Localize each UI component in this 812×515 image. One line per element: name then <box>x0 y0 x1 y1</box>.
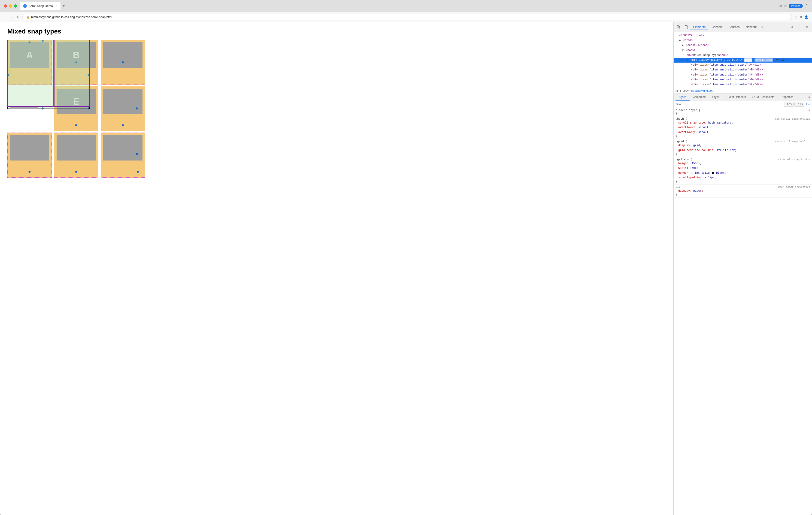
address-actions: ⊡ ⧉ 👤 <box>795 15 808 19</box>
css-selector-both: .both { <box>675 117 687 120</box>
inspect-element-button[interactable] <box>675 24 682 30</box>
devtools-tab-elements[interactable]: Elements <box>690 24 708 30</box>
cell-inner-f <box>103 89 143 114</box>
cell-f <box>101 86 145 131</box>
filter-add-button[interactable]: + <box>805 102 808 107</box>
css-prop-overflow-y: overflow-y: scroll; <box>675 130 810 135</box>
css-selector-gallery: .gallery { <box>675 158 692 161</box>
cell-e: E <box>54 86 98 131</box>
cell-i <box>101 133 145 178</box>
css-rule-grid: .grid { css-scroll-snap.html:15 display:… <box>674 139 812 157</box>
styles-panel-more[interactable]: » <box>808 95 810 99</box>
snap-dot-e <box>75 124 77 126</box>
filter-bar: :hov .cls + ⊡ <box>674 101 812 108</box>
menu-button[interactable]: ⋮ <box>805 4 808 8</box>
breadcrumb-body[interactable]: body <box>683 89 689 92</box>
dom-div-b[interactable]: <div class="item snap-align-center">B</d… <box>674 67 812 72</box>
devtools-more-tabs[interactable]: » <box>760 25 764 30</box>
css-rule-header: element.style { ᴬA <box>675 109 810 112</box>
filter-input[interactable] <box>675 103 782 106</box>
filter-toggle-button[interactable]: ⊡ <box>809 103 810 106</box>
breadcrumb-html[interactable]: html <box>675 89 681 92</box>
address-input[interactable]: 🔒 mathiasbynens.github.io/css-dbg-storie… <box>22 13 792 20</box>
snap-dot-i <box>137 171 139 173</box>
demo-area: A B D <box>7 40 155 176</box>
dom-h3[interactable]: <h3>Mixed snap types</h3> <box>674 53 812 58</box>
tab-bar: Scroll Snap Demo × + <box>20 2 776 10</box>
new-tab-button[interactable]: + <box>61 3 66 8</box>
scroll-padding-expand-icon[interactable]: ▶ <box>705 176 706 179</box>
dom-doctype: <!DOCTYPE html> <box>674 33 812 38</box>
extensions-button[interactable]: ⊞ <box>779 4 782 8</box>
minimize-button[interactable] <box>9 4 12 8</box>
styles-tab-event-listeners[interactable]: Event Listeners <box>724 93 749 101</box>
snap-dot-top-a <box>41 40 44 42</box>
styles-tab-styles[interactable]: Styles <box>675 93 690 101</box>
styles-tab-layout[interactable]: Layout <box>709 93 724 101</box>
snap-dot-bottom-a <box>41 107 44 110</box>
border-expand-icon[interactable]: ▶ <box>692 172 693 174</box>
cell-inner-e: E <box>57 89 96 114</box>
devtools-settings-button[interactable]: ⚙ <box>789 24 795 30</box>
browser-window: Scroll Snap Demo × + ⊞ ☆ Paused ⋮ ← → ↻ … <box>0 0 812 515</box>
tab-favicon <box>23 4 27 8</box>
css-prop-width: width: 150px; <box>675 166 810 170</box>
cell-h <box>54 133 98 178</box>
devtools-close-button[interactable]: × <box>804 24 810 30</box>
dom-div-c[interactable]: <div class="item snap-align-center">C</d… <box>674 73 812 77</box>
extensions-icon[interactable]: ⧉ <box>800 15 802 19</box>
dom-html[interactable]: ▶ <html> <box>674 38 812 43</box>
color-swatch-black[interactable] <box>712 172 714 174</box>
css-prop-display-grid: display: grid; <box>675 143 810 148</box>
back-button[interactable]: ← <box>4 15 7 19</box>
styles-panel-tabs: Styles Computed Layout Event Listeners D… <box>674 93 812 101</box>
css-prop-display-block: display: block; <box>675 189 810 193</box>
tab-close-button[interactable]: × <box>56 4 57 8</box>
css-file-gallery[interactable]: css-scroll-snap.html:4 <box>777 158 810 161</box>
css-aa-icon[interactable]: ᴬA <box>807 109 810 112</box>
reload-button[interactable]: ↻ <box>17 15 20 19</box>
active-tab[interactable]: Scroll Snap Demo × <box>20 2 60 10</box>
filter-cls-button[interactable]: .cls <box>794 102 804 107</box>
cell-inner-c <box>103 42 143 68</box>
device-toolbar-button[interactable] <box>683 24 689 30</box>
devtools-tab-console[interactable]: Console <box>709 24 725 30</box>
styles-tab-computed[interactable]: Computed <box>690 93 709 101</box>
devtools-tab-sources[interactable]: Sources <box>726 24 743 30</box>
title-bar: Scroll Snap Demo × + ⊞ ☆ Paused ⋮ <box>0 0 812 12</box>
dom-div-d[interactable]: <div class="item snap-align-center">D</d… <box>674 77 812 82</box>
full-grid: A B D <box>7 40 146 178</box>
css-prop-scroll-padding: scroll-padding: ▶ 10px; <box>675 175 810 180</box>
profile-icon[interactable]: 👤 <box>804 15 808 19</box>
devtools-tab-network[interactable]: Network <box>743 24 760 30</box>
dom-div-gallery[interactable]: ▼ <div class="gallery grid both"> grid s… <box>674 58 812 63</box>
profile-button[interactable]: Paused <box>789 4 803 8</box>
cell-a: A <box>7 40 52 85</box>
css-file-both[interactable]: css-scroll-snap.html:29 <box>775 118 810 120</box>
snap-dot-left <box>7 74 9 76</box>
dom-head[interactable]: ▶ <head>…</head> <box>674 43 812 48</box>
dom-div-e[interactable]: <div class="item snap-align-center">E</d… <box>674 82 812 87</box>
snap-dot-c <box>122 61 124 63</box>
css-prop-grid-template: grid-template-columns: 1fr 1fr 1fr; <box>675 148 810 153</box>
forward-button[interactable]: → <box>10 15 14 19</box>
cell-inner-i <box>103 135 143 161</box>
dom-div-a[interactable]: <div class="item snap-align-start">A</di… <box>674 63 812 67</box>
snap-dot-right-b <box>88 74 90 76</box>
cast-icon[interactable]: ⊡ <box>795 15 798 19</box>
maximize-button[interactable] <box>14 4 17 8</box>
breadcrumb: html body div.gallery.grid.both <box>674 88 812 93</box>
filter-hov-button[interactable]: :hov <box>784 102 794 107</box>
bookmark-button[interactable]: ☆ <box>784 4 787 8</box>
css-rule-grid-header: .grid { css-scroll-snap.html:15 <box>675 140 810 143</box>
snap-dot-a-top <box>29 41 31 44</box>
styles-tab-dom-breakpoints[interactable]: DOM Breakpoints <box>749 93 778 101</box>
css-prop-scroll-snap-type: scroll-snap-type: both mandatory; <box>675 120 810 125</box>
devtools-panel: Elements Console Sources Network » ⚙ ⋮ ×… <box>673 22 812 515</box>
css-file-grid[interactable]: css-scroll-snap.html:15 <box>775 140 810 143</box>
styles-tab-properties[interactable]: Properties <box>778 93 797 101</box>
close-button[interactable] <box>4 4 7 8</box>
breadcrumb-div[interactable]: div.gallery.grid.both <box>691 89 714 92</box>
dom-body[interactable]: ▼ <body> <box>674 48 812 53</box>
devtools-kebab-menu[interactable]: ⋮ <box>796 24 803 30</box>
